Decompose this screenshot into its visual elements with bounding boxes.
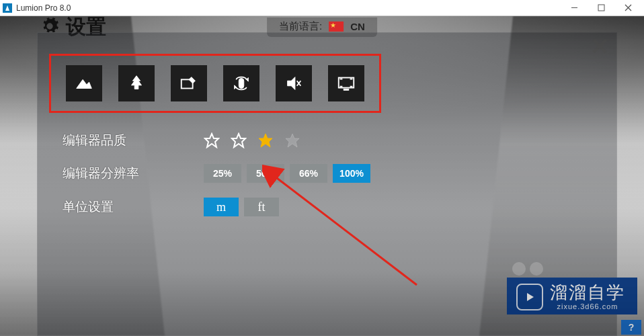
watermark-brand: 溜溜自学 — [550, 283, 625, 302]
svg-marker-11 — [205, 134, 218, 147]
svg-marker-0 — [5, 5, 9, 11]
settings-panel: ✕ 编辑器品质 — [37, 32, 617, 336]
resolution-option-100pct[interactable]: 100% — [333, 164, 370, 183]
svg-marker-13 — [259, 134, 272, 147]
tree-icon[interactable] — [118, 65, 155, 101]
mute-icon[interactable] — [276, 65, 312, 101]
svg-rect-1 — [571, 7, 577, 8]
window-title: Lumion Pro 8.0 — [16, 3, 71, 13]
window-minimize-button[interactable] — [561, 1, 588, 15]
language-label: 当前语言: — [279, 20, 322, 33]
watermark-site: zixue.3d66.com — [557, 302, 618, 310]
viewport-background: 设置 当前语言: CN ✕ — [0, 16, 644, 336]
settings-category-toolbar — [49, 54, 381, 113]
svg-marker-14 — [286, 134, 299, 147]
language-code: CN — [350, 21, 365, 32]
quality-star-3[interactable] — [257, 132, 274, 149]
decorative-dots — [512, 262, 543, 276]
svg-marker-7 — [235, 85, 237, 89]
window-maximize-button[interactable] — [588, 1, 614, 15]
quality-star-2[interactable] — [231, 132, 247, 149]
editor-quality-label: 编辑器品质 — [63, 132, 204, 149]
editor-resolution-row: 编辑器分辨率 25%50%66%100% — [63, 164, 597, 183]
unit-settings-label: 单位设置 — [63, 198, 204, 216]
svg-marker-3 — [77, 79, 92, 88]
unit-settings-row: 单位设置 mft — [63, 198, 597, 216]
close-icon[interactable]: ✕ — [590, 35, 609, 58]
resolution-option-50pct[interactable]: 50% — [247, 164, 284, 183]
svg-marker-6 — [247, 78, 249, 82]
monitor-icon[interactable] — [328, 65, 364, 101]
svg-marker-17 — [527, 293, 534, 301]
svg-marker-12 — [232, 134, 245, 147]
flag-icon — [329, 22, 344, 32]
svg-rect-2 — [598, 5, 604, 11]
svg-rect-5 — [239, 79, 244, 89]
svg-marker-8 — [288, 77, 295, 90]
quality-star-1[interactable] — [204, 132, 220, 149]
terrain-icon[interactable] — [66, 65, 102, 101]
play-icon — [516, 284, 543, 310]
window-titlebar: Lumion Pro 8.0 — [0, 0, 644, 16]
unit-option-ft[interactable]: ft — [244, 198, 279, 216]
unit-option-m[interactable]: m — [204, 198, 239, 216]
resolution-option-25pct[interactable]: 25% — [204, 164, 241, 183]
editor-resolution-label: 编辑器分辨率 — [63, 165, 204, 182]
resolution-option-66pct[interactable]: 66% — [290, 164, 327, 183]
quality-star-4[interactable] — [284, 132, 300, 149]
app-icon — [3, 3, 12, 13]
watermark-badge: 溜溜自学 zixue.3d66.com — [507, 278, 637, 314]
svg-rect-10 — [344, 89, 349, 90]
help-button[interactable]: ? — [621, 320, 641, 335]
mouse-rotate-icon[interactable] — [223, 65, 259, 101]
editor-quality-row: 编辑器品质 — [63, 132, 597, 149]
tablet-edit-icon[interactable] — [171, 65, 207, 101]
window-close-button[interactable] — [614, 1, 641, 15]
